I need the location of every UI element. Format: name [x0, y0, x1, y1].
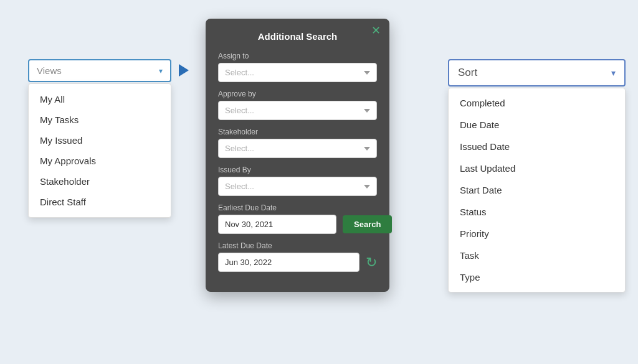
- views-item-my-approvals[interactable]: My Approvals: [29, 151, 171, 171]
- sort-option-last-updated[interactable]: Last Updated: [449, 157, 625, 179]
- modal-title: Additional Search: [218, 31, 377, 42]
- latest-due-date-label: Latest Due Date: [218, 241, 377, 250]
- sort-option-issued-date[interactable]: Issued Date: [449, 136, 625, 157]
- search-button[interactable]: Search: [343, 215, 392, 233]
- issued-by-field: Issued By Select...: [218, 166, 377, 196]
- sort-option-start-date[interactable]: Start Date: [449, 179, 625, 201]
- views-item-my-tasks[interactable]: My Tasks: [29, 110, 171, 130]
- modal-close-button[interactable]: ✕: [371, 25, 381, 36]
- views-item-my-issued[interactable]: My Issued: [29, 130, 171, 151]
- sort-option-completed[interactable]: Completed: [449, 92, 625, 114]
- additional-search-modal: ✕ Additional Search Assign to Select... …: [206, 19, 389, 292]
- sort-container: Sort ▾ Completed Due Date Issued Date La…: [448, 59, 626, 292]
- issued-by-select[interactable]: Select...: [218, 177, 377, 196]
- views-chevron-icon: ▾: [159, 67, 163, 75]
- stakeholder-field: Stakeholder Select...: [218, 128, 377, 158]
- stakeholder-label: Stakeholder: [218, 128, 377, 136]
- earliest-due-date-label: Earliest Due Date: [218, 203, 377, 212]
- issued-by-label: Issued By: [218, 166, 377, 174]
- latest-due-date-row: ↻: [218, 253, 377, 272]
- approve-by-field: Approve by Select...: [218, 90, 377, 120]
- earliest-due-date-input[interactable]: [218, 215, 336, 234]
- approve-by-label: Approve by: [218, 90, 377, 98]
- sort-dropdown: Completed Due Date Issued Date Last Upda…: [448, 88, 626, 292]
- latest-due-date-input[interactable]: [218, 253, 359, 272]
- refresh-icon[interactable]: ↻: [366, 254, 377, 271]
- views-item-direct-staff[interactable]: Direct Staff: [29, 192, 171, 212]
- views-item-my-all[interactable]: My All: [29, 89, 171, 110]
- views-container: Views ▾ My All My Tasks My Issued My App…: [28, 59, 171, 218]
- earliest-due-date-field: Earliest Due Date Search: [218, 203, 377, 234]
- views-arrow-icon: [179, 64, 189, 77]
- latest-due-date-field: Latest Due Date ↻: [218, 241, 377, 272]
- views-trigger-label: Views: [37, 65, 62, 76]
- sort-option-type[interactable]: Type: [449, 266, 625, 288]
- approve-by-select[interactable]: Select...: [218, 101, 377, 120]
- sort-chevron-icon: ▾: [611, 68, 616, 78]
- sort-option-status[interactable]: Status: [449, 201, 625, 223]
- views-trigger[interactable]: Views ▾: [28, 59, 171, 82]
- assign-to-field: Assign to Select...: [218, 52, 377, 82]
- stakeholder-select[interactable]: Select...: [218, 139, 377, 158]
- sort-trigger-label: Sort: [458, 67, 477, 79]
- sort-option-task[interactable]: Task: [449, 245, 625, 266]
- earliest-due-date-row: Search: [218, 215, 377, 234]
- assign-to-select[interactable]: Select...: [218, 63, 377, 82]
- sort-option-priority[interactable]: Priority: [449, 223, 625, 245]
- views-dropdown: My All My Tasks My Issued My Approvals S…: [28, 83, 171, 218]
- sort-option-due-date[interactable]: Due Date: [449, 114, 625, 136]
- sort-trigger[interactable]: Sort ▾: [448, 59, 626, 86]
- views-item-stakeholder[interactable]: Stakeholder: [29, 171, 171, 192]
- assign-to-label: Assign to: [218, 52, 377, 60]
